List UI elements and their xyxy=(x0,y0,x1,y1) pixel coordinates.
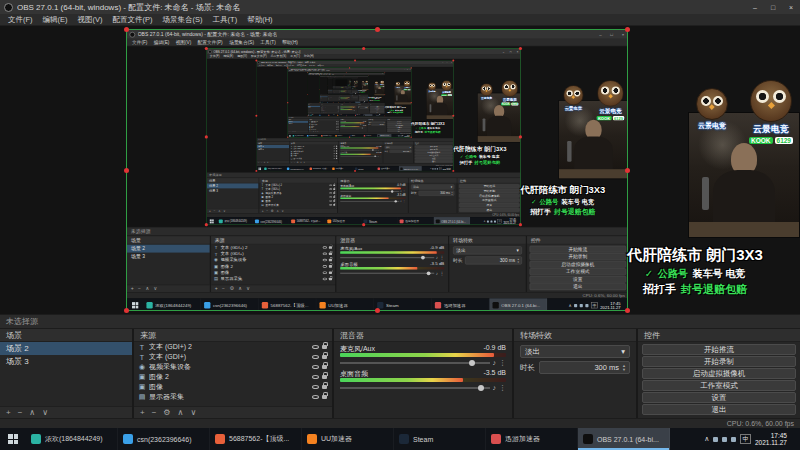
remove-source-button[interactable]: − xyxy=(152,408,157,418)
lock-icon[interactable] xyxy=(322,375,327,379)
tray-icon[interactable] xyxy=(722,437,727,442)
lock-icon[interactable] xyxy=(322,355,327,359)
add-scene-button[interactable]: + xyxy=(6,408,11,418)
scene-up-button[interactable]: ∧ xyxy=(29,408,35,418)
start-recording-button[interactable]: 开始录制 xyxy=(642,356,796,367)
source-item[interactable]: ◉ 视频采集设备 xyxy=(134,362,332,372)
lock-icon xyxy=(338,129,339,130)
lock-icon[interactable] xyxy=(322,365,327,369)
menu-scene-collection[interactable]: 场景集合(S) xyxy=(159,15,207,25)
visibility-icon[interactable] xyxy=(312,345,319,349)
lock-icon[interactable] xyxy=(322,385,327,389)
start-streaming-button[interactable]: 开始推流 xyxy=(642,344,796,355)
source-properties-button[interactable]: ⚙ xyxy=(163,408,170,418)
lock-icon[interactable] xyxy=(322,395,327,399)
menu-help[interactable]: 帮助(H) xyxy=(243,15,276,25)
owl-logo-large[interactable]: 云景电竞 KOOK 6129 xyxy=(742,80,800,144)
source-item[interactable]: ▣ 图像 xyxy=(134,382,332,392)
windows-logo-icon xyxy=(132,302,138,308)
mixer-menu-icon: ⋮ xyxy=(365,127,366,128)
selection-handle[interactable] xyxy=(625,168,630,173)
menu-file[interactable]: 文件(F) xyxy=(4,15,37,25)
menu-profile[interactable]: 配置文件(P) xyxy=(109,15,157,25)
settings-button[interactable]: 设置 xyxy=(642,392,796,403)
menu-edit[interactable]: 编辑(E) xyxy=(39,15,72,25)
studio-mode-button[interactable]: 工作室模式 xyxy=(642,380,796,391)
transition-selected-value: 淡出 xyxy=(525,347,540,357)
transition-select[interactable]: 淡出 ▾ xyxy=(520,345,630,358)
obs-logo-icon xyxy=(208,50,212,54)
visibility-icon[interactable] xyxy=(312,355,319,359)
source-up-button[interactable]: ∧ xyxy=(178,408,184,418)
taskbar-item-uu: UU加速器 xyxy=(337,114,346,116)
scene-item[interactable]: 场景 2 xyxy=(0,342,132,355)
exit-button[interactable]: 退出 xyxy=(642,404,796,415)
speaker-icon[interactable]: ♪ xyxy=(493,359,497,366)
selection-handle xyxy=(205,135,208,138)
controls-dock-title: 控件 xyxy=(527,236,627,244)
mixer-menu-icon[interactable]: ⋮ xyxy=(499,384,506,392)
source-item[interactable]: ▣ 图像 2 xyxy=(134,372,332,382)
visibility-icon[interactable] xyxy=(312,365,319,369)
ime-indicator[interactable]: 中 xyxy=(740,434,751,444)
menu-tools[interactable]: 工具(T) xyxy=(209,15,242,25)
selection-handle xyxy=(346,72,347,73)
speaker-icon[interactable]: ♪ xyxy=(493,384,497,391)
selection-handle[interactable] xyxy=(625,27,630,32)
taskbar-item-obs: OBS 27.0.1 (64-bi... xyxy=(377,134,391,137)
taskbar-item-group[interactable]: 56887562-【顶级... xyxy=(210,428,302,450)
source-item[interactable]: T 文本 (GDI+) xyxy=(134,352,332,362)
maximize-button[interactable]: □ xyxy=(764,0,782,14)
add-source-button[interactable]: + xyxy=(140,408,145,418)
selection-handle[interactable] xyxy=(124,168,129,173)
minimize-button[interactable]: – xyxy=(746,0,764,14)
visibility-icon[interactable] xyxy=(312,395,319,399)
visibility-icon[interactable] xyxy=(312,375,319,379)
taskbar-item-obs[interactable]: OBS 27.0.1 (64-bi... xyxy=(578,428,670,450)
taskbar-item-uu[interactable]: UU加速器 xyxy=(302,428,394,450)
windows-logo-icon xyxy=(259,168,261,170)
volume-slider-handle[interactable] xyxy=(469,360,475,366)
tray-icon[interactable] xyxy=(731,437,736,442)
virtual-camera-button[interactable]: 启动虚拟摄像机 xyxy=(642,368,796,379)
owl-mascot-icon xyxy=(696,88,728,120)
taskbar-item-steam[interactable]: Steam xyxy=(394,428,486,450)
lock-icon[interactable] xyxy=(322,345,327,349)
taskbar-item-xunyou[interactable]: 迅游加速器 xyxy=(486,428,578,450)
display-capture-source[interactable]: OBS 27.0.1 (64-bit, windows) - 配置文件: 未命名… xyxy=(126,29,628,311)
taskbar-item-chat[interactable]: 浓欢(1864844249) xyxy=(26,428,118,450)
tray-expand-icon[interactable]: ∧ xyxy=(704,435,709,443)
mixer-menu-icon[interactable]: ⋮ xyxy=(499,359,506,367)
ad-text-overlay[interactable]: 代肝陪练市 朗门3X3 ✓ 公路号 装车号 电竞 招打手 封号退赔包赔 xyxy=(592,246,798,297)
windows-logo-icon xyxy=(289,135,291,137)
duration-spinbox[interactable]: 300 ms ▲▼ xyxy=(539,361,630,374)
volume-slider[interactable] xyxy=(340,387,490,389)
volume-slider-handle[interactable] xyxy=(478,385,484,391)
selection-handle[interactable] xyxy=(375,308,380,313)
scene-down-button[interactable]: ∨ xyxy=(42,408,48,418)
selection-handle[interactable] xyxy=(625,308,630,313)
menu-help: 帮助(H) xyxy=(302,55,315,59)
volume-slider[interactable] xyxy=(340,362,490,364)
scene-item[interactable]: 场景 3 xyxy=(0,355,132,368)
remove-scene-button[interactable]: − xyxy=(18,408,23,418)
taskbar-item-qq[interactable]: csn(2362396646) xyxy=(118,428,210,450)
start-button[interactable] xyxy=(0,428,26,450)
selection-handle[interactable] xyxy=(375,27,380,32)
desktop-mirror: OBS 27.0.1 (64-bit, windows) - 配置文件: 未命名… xyxy=(127,30,627,310)
menu-view[interactable]: 视图(V) xyxy=(74,15,107,25)
source-item[interactable]: T 文本 (GDI+) 2 xyxy=(134,342,332,352)
taskbar-item-obs: OBS 27.0.1 (64-bi... xyxy=(363,114,372,116)
selection-handle[interactable] xyxy=(124,27,129,32)
tray-icon[interactable] xyxy=(713,437,718,442)
lock-icon xyxy=(333,188,335,190)
selection-handle[interactable] xyxy=(124,308,129,313)
visibility-icon[interactable] xyxy=(312,385,319,389)
spin-arrows-icon[interactable]: ▲▼ xyxy=(622,364,626,372)
taskbar-clock[interactable]: 17:45 2021.11.27 xyxy=(755,432,787,446)
owl-logo-small[interactable]: 云景电竞 xyxy=(686,88,738,131)
close-button[interactable]: × xyxy=(782,0,800,14)
source-item[interactable]: ▤ 显示器采集 xyxy=(134,392,332,402)
source-down-button[interactable]: ∨ xyxy=(190,408,196,418)
taskbar-item-group: 56887562-【顶级... xyxy=(289,217,325,224)
